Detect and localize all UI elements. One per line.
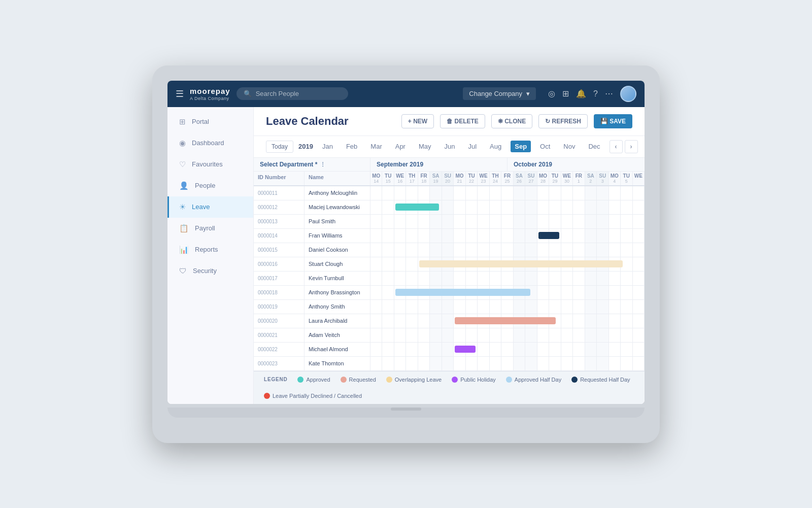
sidebar-item-leave[interactable]: ☀ Leave [167,196,253,218]
day-cell [406,243,418,257]
day-cell [442,243,454,257]
month-oct[interactable]: Oct [536,141,554,152]
day-cell [394,215,406,228]
day-cell [585,314,597,328]
day-cell [621,229,632,243]
day-cell [382,272,394,285]
day-cell [597,215,608,228]
sidebar-item-favourites[interactable]: ♡ Favourites [167,154,253,175]
add-icon[interactable]: ⊞ [562,89,569,98]
day-cell [442,357,454,370]
day-cell [549,272,561,285]
day-cell [370,272,382,285]
day-cell [370,357,382,370]
search-input[interactable] [256,90,341,97]
row-name: Stuart Clough [304,257,370,271]
day-cell [490,243,501,257]
day-cell [454,229,465,243]
hamburger-icon[interactable]: ☰ [176,88,184,99]
clone-button[interactable]: ❋ CLONE [491,114,532,128]
day-cell [609,200,621,214]
legend-bar: LEGEND Approved Requested Overlapping Le… [254,371,645,404]
sidebar-item-dashboard[interactable]: ◉ Dashboard [167,132,253,154]
sidebar-item-security[interactable]: 🛡 Security [167,260,253,281]
day-header-12: SA26 [514,172,525,185]
search-box[interactable]: 🔍 [236,87,348,100]
day-cell [454,215,465,228]
refresh-button[interactable]: ↻ REFRESH [538,114,588,128]
month-feb[interactable]: Feb [342,141,361,152]
dept-select-header[interactable]: Select Department * ⋮ [254,158,370,171]
help-icon[interactable]: ? [593,89,598,98]
row-name: Kevin Turnbull [304,272,370,285]
day-cell [430,272,442,285]
sidebar-item-portal[interactable]: ⊞ Portal [167,111,253,132]
approved-dot [297,377,303,383]
compass-icon[interactable]: ◎ [548,89,555,98]
day-cell [394,328,406,342]
prev-arrow[interactable]: ‹ [610,140,623,153]
day-cell [549,343,561,356]
table-row: 0000018Anthony Brassington [254,286,645,300]
shield-icon: 🛡 [179,266,187,275]
month-nov[interactable]: Nov [559,141,579,152]
dept-label: Select Department * [260,161,317,168]
day-cell [394,257,406,271]
month-may[interactable]: May [415,141,435,152]
month-aug[interactable]: Aug [486,141,505,152]
day-cell [370,343,382,356]
month-mar[interactable]: Mar [366,141,386,152]
day-cell [549,300,561,314]
day-cell [382,257,394,271]
sidebar-item-people[interactable]: 👤 People [167,175,253,196]
month-jul[interactable]: Jul [464,141,481,152]
day-cell [406,229,418,243]
sidebar-item-reports[interactable]: 📊 Reports [167,239,253,260]
month-jan[interactable]: Jan [318,141,337,152]
day-cell [514,229,525,243]
name-col-header: Name [304,172,370,185]
month-sep[interactable]: Sep [511,141,531,152]
day-cell [478,343,489,356]
next-arrow[interactable]: › [625,140,638,153]
company-selector[interactable]: Change Company ▾ [463,87,536,100]
sidebar-item-payroll[interactable]: 📋 Payroll [167,218,253,239]
day-cell [478,300,489,314]
row-id: 0000014 [254,229,304,243]
day-cell [525,200,537,214]
day-cell [609,243,621,257]
top-nav: ☰ moorepay A Delta Company 🔍 Change Comp… [167,81,645,107]
day-header-9: WE23 [478,172,489,185]
apps-icon[interactable]: ⋯ [605,89,613,98]
day-header-18: SA2 [585,172,597,185]
day-cell [597,272,608,285]
month-dec[interactable]: Dec [584,141,604,152]
day-cell [430,243,442,257]
month-apr[interactable]: Apr [391,141,410,152]
bell-icon[interactable]: 🔔 [576,89,586,98]
main-content: Leave Calendar + NEW 🗑 DELETE ❋ CLONE ↻ … [254,107,645,404]
today-button[interactable]: Today [266,141,293,153]
day-cell [609,229,621,243]
day-cell [549,286,561,299]
table-row: 0000015Daniel Cookson [254,243,645,257]
day-cell [370,286,382,299]
table-row: 0000011Anthony Mcloughlin [254,186,645,200]
legend-requested-half-day: Requested Half Day [571,377,630,383]
month-jun[interactable]: Jun [441,141,459,152]
day-cell [609,215,621,228]
day-cell [490,300,501,314]
delete-button[interactable]: 🗑 DELETE [440,114,485,128]
day-cell [442,343,454,356]
avatar[interactable] [620,86,636,102]
save-button[interactable]: 💾 SAVE [594,114,632,128]
day-cell [633,272,645,285]
day-cell [406,215,418,228]
dept-dropdown-icon[interactable]: ⋮ [320,161,325,167]
new-button[interactable]: + NEW [401,114,434,128]
day-cell [633,215,645,228]
day-cell [466,200,478,214]
day-cell [442,272,454,285]
day-headers: ID NumberNameMO14TU15WE16TH17FR18SA19SU2… [254,172,645,186]
day-cell [585,272,597,285]
